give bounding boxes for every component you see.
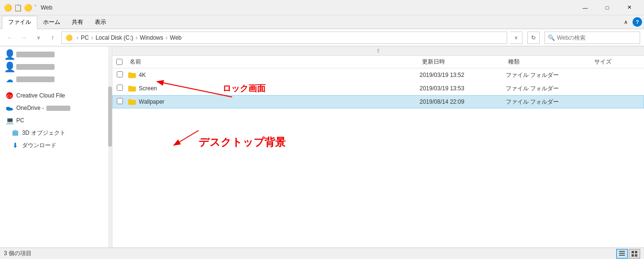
sidebar-scrollbar[interactable] — [108, 46, 112, 248]
svg-line-8 — [175, 130, 199, 145]
3d-label: 3D オブジェクト — [22, 129, 66, 137]
details-view-button[interactable] — [616, 249, 628, 259]
ribbon-tabs: ファイル ホーム 共有 表示 ∧ ? — [0, 15, 644, 29]
sidebar-item-onedrive[interactable]: OneDrive - — [0, 102, 112, 114]
item-count: 3 個の項目 — [4, 249, 612, 258]
file-date-wallpaper: 2019/08/14 22:09 — [420, 98, 506, 105]
tab-view[interactable]: 表示 — [89, 15, 112, 29]
column-header: 名前 更新日時 種類 サイズ — [112, 56, 644, 68]
tab-file[interactable]: ファイル — [2, 16, 37, 29]
address-dropdown-button[interactable]: ∨ — [510, 32, 522, 44]
row-check-wallpaper[interactable] — [117, 98, 128, 106]
sidebar-item-downloads[interactable]: ⬇ ダウンロード — [0, 139, 112, 151]
sidebar-item-3d[interactable]: 3D オブジェクト — [0, 127, 112, 139]
row-check-4k[interactable] — [117, 71, 128, 79]
maximize-button[interactable]: □ — [596, 0, 618, 15]
file-type-wallpaper: ファイル フォルダー — [506, 98, 592, 106]
svg-rect-14 — [632, 254, 634, 257]
search-box[interactable]: 🔍 — [544, 32, 640, 44]
onedrive-label: OneDrive - — [16, 105, 70, 111]
large-view-icon — [631, 250, 638, 257]
sidebar-item-creative-cloud[interactable]: Cc Creative Cloud File — [0, 89, 112, 102]
svg-text:Cc: Cc — [7, 94, 12, 98]
svg-rect-10 — [619, 253, 625, 254]
main-area: 👤 👤 ☁ Cc Creative — [0, 46, 644, 248]
file-row-wallpaper[interactable]: Wallpaper 2019/08/14 22:09 ファイル フォルダー — [112, 95, 644, 108]
refresh-button[interactable]: ↻ — [527, 32, 540, 44]
svg-rect-11 — [619, 255, 625, 256]
select-all-checkbox[interactable] — [116, 59, 122, 65]
title-controls: — □ ✕ — [574, 0, 640, 15]
tab-share[interactable]: 共有 — [66, 15, 89, 29]
status-bar: 3 個の項目 — [0, 248, 644, 259]
sidebar-content: 👤 👤 ☁ Cc Creative — [0, 46, 112, 248]
col-name-header[interactable]: 名前 — [128, 57, 420, 67]
view-buttons — [616, 249, 640, 259]
creative-cloud-label: Creative Cloud File — [16, 92, 65, 99]
file-type-4k: ファイル フォルダー — [506, 71, 592, 79]
col-size-header[interactable]: サイズ — [592, 57, 640, 67]
sidebar-item-user1[interactable]: 👤 — [0, 48, 112, 61]
user2-icon: 👤 — [6, 63, 13, 71]
file-row-screen[interactable]: Screen 2019/03/19 13:53 ファイル フォルダー — [112, 82, 644, 95]
tab-home[interactable]: ホーム — [37, 15, 66, 29]
details-view-icon — [619, 250, 625, 257]
file-date-4k: 2019/03/19 13:52 — [420, 72, 506, 78]
svg-marker-5 — [12, 130, 18, 131]
svg-rect-13 — [635, 251, 637, 253]
ribbon-extra: ∧ ? — [621, 17, 642, 27]
row-check-screen[interactable] — [117, 85, 128, 92]
sidebar-item-cloud1[interactable]: ☁ — [0, 73, 112, 86]
annotation-desktop-bg: デスクトップ背景 — [199, 135, 286, 150]
minimize-button[interactable]: — — [574, 0, 596, 15]
svg-rect-12 — [632, 251, 634, 253]
sidebar-item-user2[interactable]: 👤 — [0, 61, 112, 73]
file-name-wallpaper: Wallpaper — [139, 98, 165, 105]
cloud1-icon: ☁ — [6, 76, 13, 83]
file-name-4k: 4K — [139, 72, 146, 78]
nav-dropdown-button[interactable]: ∨ — [33, 32, 44, 43]
nav-up-button[interactable]: ↑ — [47, 32, 58, 43]
pc-icon: 💻 — [6, 117, 13, 124]
file-type-screen: ファイル フォルダー — [506, 85, 592, 93]
file-row-4k[interactable]: 4K 2019/03/19 13:52 ファイル フォルダー — [112, 68, 644, 82]
help-button[interactable]: ? — [633, 17, 642, 27]
user1-icon: 👤 — [6, 51, 13, 58]
sort-arrow-up[interactable]: ⇧ — [376, 48, 380, 54]
creative-cloud-icon: Cc — [6, 92, 13, 99]
sort-header: ⇧ — [112, 46, 644, 56]
pc-label: PC — [16, 117, 24, 124]
nav-forward-button[interactable]: → — [18, 32, 30, 43]
folder-icon-screen — [128, 85, 136, 92]
ribbon-collapse-button[interactable]: ∧ — [621, 17, 631, 27]
title-bar-icons: 🟡 📋 🟡 ˅ — [4, 4, 37, 11]
svg-rect-9 — [619, 251, 625, 252]
address-bar: ← → ∨ ↑ 🟡 › PC › Local Disk (C:) › Windo… — [0, 29, 644, 46]
file-list-wrapper: ⇧ 名前 更新日時 種類 サイズ — [112, 46, 644, 248]
large-view-button[interactable] — [629, 249, 640, 259]
nav-back-button[interactable]: ← — [4, 32, 15, 43]
col-type-header[interactable]: 種類 — [506, 57, 592, 67]
path-icon: 🟡 — [66, 34, 73, 41]
sidebar-item-pc[interactable]: 💻 PC — [0, 114, 112, 127]
search-input[interactable] — [557, 34, 637, 41]
downloads-label: ダウンロード — [22, 141, 56, 150]
folder-icon-wallpaper — [128, 98, 136, 105]
svg-point-3 — [6, 107, 10, 110]
svg-rect-15 — [635, 254, 637, 257]
file-date-screen: 2019/03/19 13:53 — [420, 85, 506, 92]
search-icon: 🔍 — [548, 34, 555, 41]
folder-icon-4k — [128, 72, 136, 78]
sidebar: 👤 👤 ☁ Cc Creative — [0, 46, 112, 248]
close-button[interactable]: ✕ — [618, 0, 640, 15]
check-header — [116, 59, 128, 65]
downloads-icon: ⬇ — [11, 141, 19, 149]
address-path[interactable]: 🟡 › PC › Local Disk (C:) › Windows › Web — [61, 32, 507, 44]
scrollbar-thumb[interactable] — [108, 86, 112, 147]
title-bar: 🟡 📋 🟡 ˅ Web — □ ✕ — [0, 0, 644, 15]
col-date-header[interactable]: 更新日時 — [420, 57, 506, 67]
window-title: Web — [41, 4, 574, 11]
svg-rect-4 — [12, 131, 18, 136]
onedrive-icon — [6, 104, 13, 112]
3d-icon — [11, 129, 19, 137]
